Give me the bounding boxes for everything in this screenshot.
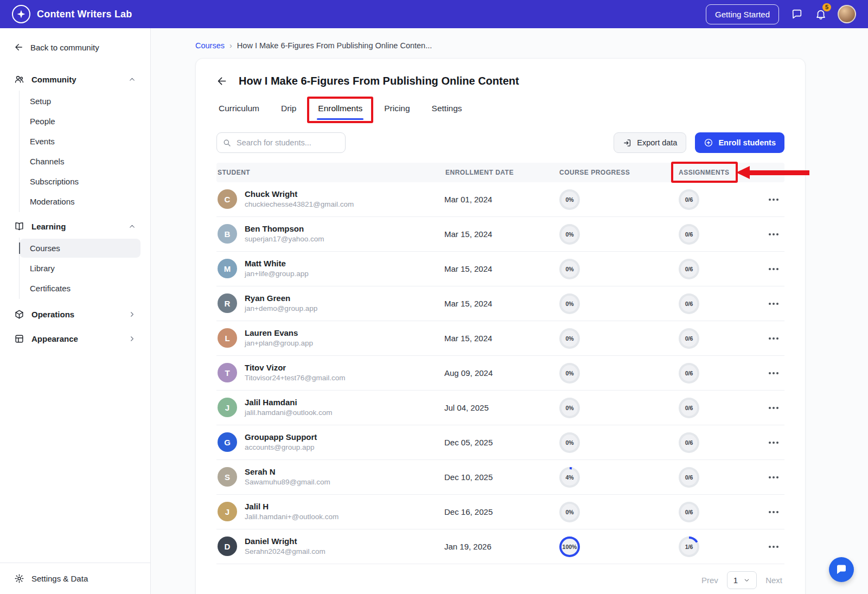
sidebar-item-people[interactable]: People (20, 112, 141, 131)
sidebar-item-channels[interactable]: Channels (20, 152, 141, 171)
plus-circle-icon (704, 138, 713, 148)
table-row: R Ryan Green jan+demo@group.app Mar 15, … (216, 286, 784, 321)
tab-settings[interactable]: Settings (431, 103, 463, 120)
row-menu-button[interactable] (764, 337, 784, 340)
assignments-label: 0/6 (685, 405, 693, 411)
table-row: M Matt White jan+life@group.app Mar 15, … (216, 252, 784, 286)
breadcrumb-current: How I Make 6-Figures From Publishing Onl… (237, 41, 432, 50)
assignments-label: 0/6 (685, 335, 693, 342)
prev-page-button[interactable]: Prev (701, 576, 718, 585)
row-menu-button[interactable] (764, 546, 784, 548)
student-email: jan+life@group.app (245, 269, 309, 279)
tab-enrollments[interactable]: Enrollments (317, 103, 363, 120)
tab-drip[interactable]: Drip (280, 103, 297, 120)
student-email: accounts@group.app (245, 443, 317, 452)
people-icon (14, 74, 24, 85)
student-cell: M Matt White jan+life@group.app (216, 259, 444, 278)
column-header-course-progress: COURSE PROGRESS (558, 169, 678, 176)
tab-pricing[interactable]: Pricing (383, 103, 411, 120)
sidebar-item-setup[interactable]: Setup (20, 92, 141, 111)
sidebar-item-courses[interactable]: Courses (20, 239, 141, 258)
student-name: Jalil H (245, 502, 339, 512)
student-email: Jalil.hamdani+@outlook.com (245, 512, 339, 522)
assignments-ring: 0/6 (679, 363, 699, 384)
course-progress-label: 0% (565, 335, 573, 342)
chat-icon[interactable] (791, 8, 803, 20)
sidebar-item-certificates[interactable]: Certificates (20, 279, 141, 298)
chat-launcher-button[interactable] (829, 557, 854, 582)
page-number-select[interactable]: 1 (727, 571, 757, 589)
tab-curriculum[interactable]: Curriculum (218, 103, 260, 120)
course-progress-ring: 0% (559, 363, 580, 384)
assignments-label: 0/6 (685, 370, 693, 376)
enrollment-date: Dec 10, 2025 (444, 472, 558, 482)
next-page-button[interactable]: Next (765, 576, 782, 585)
row-menu-button[interactable] (764, 268, 784, 270)
row-menu-button[interactable] (764, 511, 784, 513)
search-input[interactable] (216, 132, 346, 153)
course-back-arrow-icon[interactable] (216, 75, 228, 87)
student-cell: B Ben Thompson superjan17@yahoo.com (216, 224, 444, 244)
student-cell: R Ryan Green jan+demo@group.app (216, 293, 444, 313)
course-progress-label: 0% (565, 509, 573, 515)
course-progress-ring: 4% (559, 467, 580, 488)
row-menu-button[interactable] (764, 372, 784, 374)
back-to-community-link[interactable]: Back to community (0, 42, 150, 52)
student-cell: G Groupapp Support accounts@group.app (216, 432, 444, 452)
sidebar-section-community[interactable]: Community (0, 68, 150, 91)
settings-and-data-link[interactable]: Settings & Data (0, 563, 150, 594)
user-avatar[interactable] (838, 5, 856, 23)
sidebar-item-operations[interactable]: Operations (0, 302, 150, 327)
row-menu-button[interactable] (764, 233, 784, 235)
student-name: Matt White (245, 259, 309, 269)
student-avatar: J (218, 398, 237, 417)
course-progress-label: 0% (565, 301, 573, 307)
assignments-label: 0/6 (685, 509, 693, 515)
sidebar-sublist-0: SetupPeopleEventsChannelsSubscriptionsMo… (19, 91, 141, 212)
enrollment-date: Mar 15, 2024 (444, 229, 558, 239)
chevron-down-icon (743, 577, 750, 584)
course-progress-label: 0% (565, 196, 573, 203)
pagination: Prev 1 Next (216, 564, 784, 593)
course-progress-label: 4% (565, 474, 573, 481)
student-avatar: L (218, 328, 237, 348)
course-progress-ring: 0% (559, 398, 580, 418)
export-data-button[interactable]: Export data (614, 132, 686, 153)
enrollment-date: Jul 04, 2025 (444, 403, 558, 412)
table-row: B Ben Thompson superjan17@yahoo.com Mar … (216, 217, 784, 252)
sidebar-item-library[interactable]: Library (20, 259, 141, 278)
enrollment-date: Jan 19, 2026 (444, 542, 558, 551)
chevron-right-icon (128, 335, 136, 343)
row-menu-button[interactable] (764, 199, 784, 201)
sidebar-section-learning[interactable]: Learning (0, 215, 150, 238)
row-menu-button[interactable] (764, 442, 784, 444)
student-avatar: B (218, 224, 237, 244)
row-menu-button[interactable] (764, 407, 784, 409)
breadcrumb-courses-link[interactable]: Courses (195, 41, 225, 50)
row-menu-button[interactable] (764, 303, 784, 305)
course-progress-label: 100% (563, 544, 577, 550)
assignments-ring: 0/6 (679, 293, 699, 314)
assignments-label: 0/6 (685, 231, 693, 238)
gear-icon (14, 573, 24, 584)
notifications-bell-icon[interactable]: 5 (815, 8, 827, 20)
course-progress-ring: 100% (559, 536, 580, 557)
student-name: Ryan Green (245, 293, 317, 304)
sidebar-item-appearance[interactable]: Appearance (0, 327, 150, 351)
student-name: Chuck Wright (245, 189, 354, 200)
sidebar-item-subscriptions[interactable]: Subscriptions (20, 172, 141, 191)
book-icon (14, 221, 24, 232)
course-progress-ring: 0% (559, 502, 580, 522)
getting-started-button[interactable]: Getting Started (706, 4, 779, 24)
student-email: chuckiechesse43821@gmail.com (245, 200, 354, 209)
course-progress-label: 0% (565, 439, 573, 446)
course-progress-ring: 0% (559, 293, 580, 314)
assignments-ring: 1/6 (679, 536, 699, 557)
enrollment-date: Mar 01, 2024 (444, 195, 558, 204)
row-menu-button[interactable] (764, 476, 784, 478)
table-header: STUDENTENROLLMENT DATECOURSE PROGRESSASS… (216, 163, 784, 182)
table-row: D Daniel Wright Serahn2024@gmail.com Jan… (216, 529, 784, 564)
enroll-students-button[interactable]: Enroll students (695, 132, 784, 153)
sidebar-item-moderations[interactable]: Moderations (20, 192, 141, 211)
sidebar-item-events[interactable]: Events (20, 132, 141, 151)
